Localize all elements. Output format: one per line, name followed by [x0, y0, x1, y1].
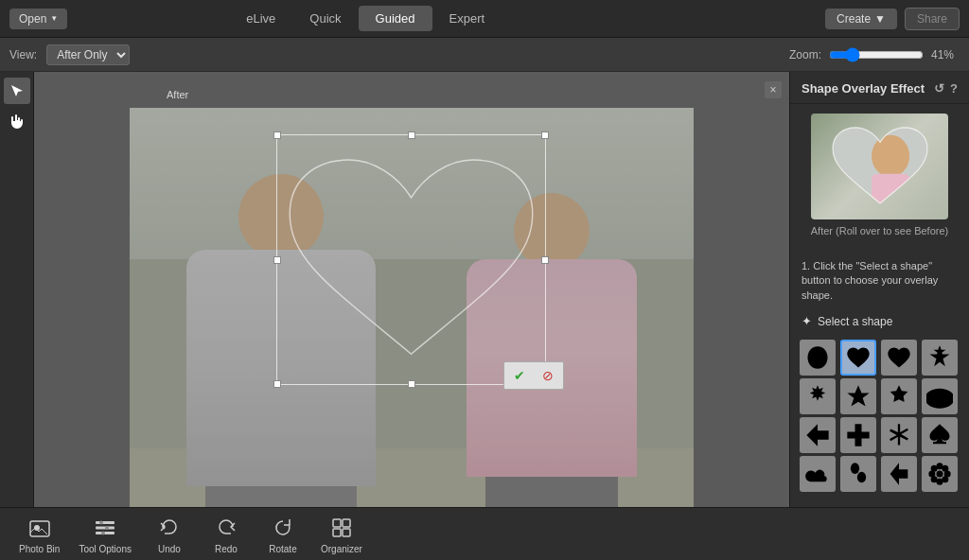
shape-starburst4[interactable]	[922, 340, 958, 376]
preview-image	[811, 114, 948, 219]
svg-point-13	[931, 477, 938, 483]
right-panel: Shape Overlay Effect ↺ ?	[789, 72, 969, 507]
create-button[interactable]: Create ▼	[825, 9, 897, 29]
tab-quick[interactable]: Quick	[292, 6, 358, 31]
bottom-bar: Photo Bin Tool Options Undo Redo Rotate …	[0, 507, 969, 560]
tab-guided[interactable]: Guided	[359, 6, 432, 31]
shape-arrow[interactable]	[800, 417, 836, 453]
shape-blob[interactable]	[800, 340, 836, 376]
main-layout: After ×	[0, 72, 969, 507]
shape-cross[interactable]	[840, 417, 876, 453]
open-button[interactable]: Open ▼	[9, 9, 67, 29]
close-button[interactable]: ×	[765, 81, 782, 98]
zoom-value: 41%	[931, 48, 960, 61]
shape-star5[interactable]	[840, 378, 876, 414]
svg-point-20	[99, 520, 103, 524]
svg-rect-24	[343, 519, 350, 527]
svg-point-11	[931, 465, 938, 472]
view-select[interactable]: After Only	[46, 44, 130, 65]
panel-title: Shape Overlay Effect ↺ ?	[790, 72, 969, 104]
photo-bin-button[interactable]: Photo Bin	[19, 515, 60, 554]
zoom-slider[interactable]	[829, 47, 924, 62]
handle-bc[interactable]	[408, 380, 415, 388]
star-icon: ✦	[802, 314, 812, 328]
preview-area: After (Roll over to see Before)	[790, 104, 969, 246]
panel-icons: ↺ ?	[934, 81, 958, 96]
pointer-tool[interactable]	[4, 78, 30, 104]
handle-tc[interactable]	[408, 131, 415, 139]
hand-tool[interactable]	[4, 108, 30, 134]
shape-grid	[790, 334, 969, 498]
svg-point-14	[942, 477, 948, 483]
rotate-icon	[268, 515, 298, 541]
shape-arrow2[interactable]	[881, 456, 917, 492]
svg-point-4	[851, 464, 859, 475]
tab-expert[interactable]: Expert	[432, 6, 502, 31]
preview-caption: After (Roll over to see Before)	[811, 225, 949, 236]
svg-rect-23	[333, 519, 341, 527]
shape-cloud[interactable]	[800, 456, 836, 492]
handle-tl[interactable]	[273, 131, 281, 139]
tab-elive[interactable]: eLive	[229, 6, 292, 31]
open-label: Open	[19, 12, 46, 26]
undo-button[interactable]: Undo	[150, 515, 188, 554]
zoom-area: Zoom: 41%	[789, 47, 960, 62]
tool-options-button[interactable]: Tool Options	[79, 515, 132, 554]
confirm-cancel-buttons: ✔ ⊘	[503, 361, 564, 390]
handle-bl[interactable]	[273, 380, 281, 388]
organizer-button[interactable]: Organizer	[321, 515, 362, 554]
handle-tr[interactable]	[541, 131, 549, 139]
share-button[interactable]: Share	[905, 8, 960, 30]
toolbar-row: View: After Only Zoom: 41%	[0, 38, 969, 72]
shape-footprint[interactable]	[840, 456, 876, 492]
shape-star6[interactable]	[881, 378, 917, 414]
create-caret-icon: ▼	[874, 12, 886, 26]
svg-rect-3	[872, 174, 909, 214]
svg-point-2	[872, 135, 909, 177]
transform-box[interactable]	[276, 134, 546, 385]
shape-starburst8[interactable]	[800, 378, 836, 414]
shape-heart2[interactable]	[881, 340, 917, 376]
svg-point-22	[101, 531, 105, 534]
svg-point-21	[105, 526, 109, 530]
select-shape-header[interactable]: ✦ Select a shape	[790, 308, 969, 334]
tool-options-icon	[90, 515, 120, 541]
photo-container: ✔ ⊘	[130, 108, 694, 507]
redo-icon	[211, 515, 241, 541]
shape-heart[interactable]	[840, 340, 876, 376]
shape-flower[interactable]	[922, 456, 958, 492]
view-label: View:	[9, 48, 37, 61]
handle-ml[interactable]	[273, 256, 281, 264]
redo-button[interactable]: Redo	[207, 515, 245, 554]
instruction-2: 2. Use the Move Tool to position the sha…	[790, 505, 969, 507]
svg-rect-26	[343, 529, 350, 536]
svg-point-5	[857, 472, 866, 483]
left-panel	[0, 72, 34, 507]
canvas-area[interactable]: After ×	[34, 72, 789, 507]
handle-mr[interactable]	[541, 256, 549, 264]
nav-tabs: eLive Quick Guided Expert	[229, 6, 502, 31]
help-icon[interactable]: ?	[950, 81, 958, 96]
open-caret-icon: ▼	[50, 14, 58, 23]
undo-icon	[154, 515, 185, 541]
svg-point-6	[937, 471, 943, 478]
zoom-label: Zoom:	[789, 48, 821, 61]
rotate-button[interactable]: Rotate	[264, 515, 302, 554]
refresh-icon[interactable]: ↺	[934, 81, 944, 96]
svg-rect-17	[96, 521, 115, 524]
svg-rect-25	[333, 529, 341, 536]
shape-banner[interactable]	[922, 378, 958, 414]
preview-heart-overlay	[811, 114, 948, 219]
select-shape-label: Select a shape	[818, 315, 892, 328]
instruction-1: 1. Click the "Select a shape" button to …	[790, 254, 969, 308]
cancel-shape-button[interactable]: ⊘	[535, 364, 561, 387]
create-label: Create	[837, 12, 871, 26]
svg-point-12	[942, 465, 948, 472]
preview-heart-svg	[823, 119, 937, 214]
shape-spade[interactable]	[922, 417, 958, 453]
shape-asterisk[interactable]	[881, 417, 917, 453]
top-bar: Open ▼ eLive Quick Guided Expert Create …	[0, 0, 969, 38]
photo-bin-icon	[25, 515, 55, 541]
top-right: Create ▼ Share	[825, 8, 960, 30]
confirm-button[interactable]: ✔	[506, 364, 533, 387]
